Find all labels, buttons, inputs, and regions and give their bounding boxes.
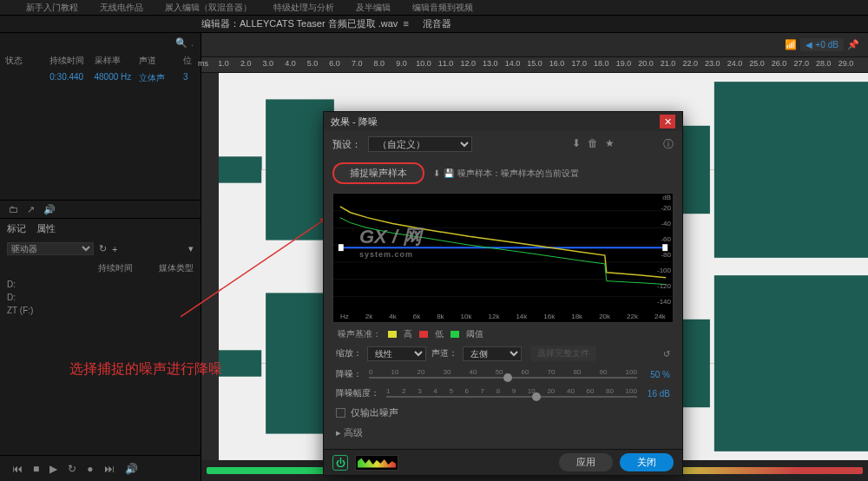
tab-prefix: 编辑器：	[201, 18, 240, 29]
signal-icon[interactable]: 📶	[785, 39, 797, 50]
noise-floor-legend: 噪声基准： 高 低 阈值	[324, 326, 682, 342]
preset-select[interactable]: （自定义）	[368, 136, 472, 152]
tab-properties[interactable]: 属性	[36, 222, 56, 235]
driver-select[interactable]: 驱动器	[7, 242, 94, 255]
load-icon[interactable]: ⬇	[433, 168, 440, 178]
amount-value[interactable]: 16 dB	[644, 389, 670, 399]
dialog-titlebar[interactable]: 效果 - 降噪 ✕	[324, 112, 682, 131]
cell-state	[5, 72, 49, 84]
close-icon[interactable]: ✕	[660, 115, 675, 128]
refresh-icon[interactable]: ↻	[99, 243, 107, 254]
db-label: dB	[662, 194, 671, 201]
ruler-tick: 15.0	[527, 59, 542, 68]
svg-rect-3	[219, 156, 261, 182]
list-item[interactable]: ZT (F:)	[0, 304, 201, 317]
folder-icon[interactable]: 🗀	[9, 204, 18, 214]
svg-rect-12	[714, 275, 868, 451]
db-tick: -120	[657, 282, 671, 290]
close-button[interactable]: 关闭	[620, 453, 674, 471]
output-noise-label: 仅输出噪声	[351, 406, 398, 419]
scale-select[interactable]: 线性	[367, 346, 426, 361]
filter-icon[interactable]: ▾	[188, 243, 194, 254]
track-gutter	[201, 73, 219, 460]
save-preset-icon[interactable]: ⬇	[572, 137, 581, 152]
search-icon[interactable]: 🔍	[175, 37, 187, 49]
col-bit[interactable]: 位	[183, 55, 195, 67]
ruler-tick: 24.0	[727, 59, 743, 68]
list-item[interactable]: D:	[0, 291, 201, 304]
delete-preset-icon[interactable]: 🗑	[588, 137, 598, 152]
reduce-slider[interactable]: 010 2030 4050 6070 8090 100	[369, 368, 637, 380]
volume-chip[interactable]: ◀ +0 dB	[800, 38, 844, 51]
list-item[interactable]: D:	[0, 278, 201, 291]
open-icon[interactable]: ↗	[27, 204, 35, 215]
select-entire-file-button[interactable]: 选择完整文件	[530, 346, 596, 361]
play-button[interactable]: ▶	[49, 463, 57, 475]
noise-reduction-dialog: 效果 - 降噪 ✕ 预设： （自定义） ⬇ 🗑 ★ ⓘ 捕捉噪声样本 ⬇ 💾 噪…	[323, 111, 683, 476]
prev-button[interactable]: ⏮	[12, 463, 23, 475]
menu-item[interactable]: 特级处理与分析	[273, 2, 334, 13]
tab-menu-icon[interactable]: ≡	[404, 18, 409, 29]
tab-markers[interactable]: 标记	[7, 222, 26, 235]
editor-tab[interactable]: 编辑器：ALLEYCATS Teaser 音频已提取 .wav ≡	[201, 17, 409, 30]
db-tick: -40	[661, 220, 671, 227]
channel-select[interactable]: 左侧	[463, 346, 522, 361]
ruler-tick: 2.0	[240, 59, 252, 68]
col-duration[interactable]: 持续时间	[49, 55, 94, 67]
preview-spectrum[interactable]	[355, 455, 398, 471]
capture-noise-button[interactable]: 捕捉噪声样本	[332, 162, 424, 184]
col-state[interactable]: 状态	[5, 55, 49, 67]
next-button[interactable]: ⏭	[104, 463, 115, 475]
audio-icon[interactable]: 🔊	[43, 204, 56, 215]
menu-item[interactable]: 展入编辑（双混音器）	[165, 2, 252, 13]
advanced-toggle[interactable]: ▸ 高级	[324, 423, 682, 443]
noise-sample-label: 噪声样本：噪声样本的当前设置	[457, 168, 579, 180]
ruler-tick: 22.0	[682, 59, 698, 68]
favorite-icon[interactable]: ★	[605, 137, 615, 152]
vol-unit: dB	[828, 40, 838, 49]
vol-value: +0	[815, 40, 825, 49]
ruler-tick: 17.0	[571, 59, 587, 68]
channel-label: 声道：	[431, 347, 457, 359]
power-toggle[interactable]: ⏻	[332, 455, 348, 471]
time-ruler[interactable]: ms 1.02.03.04.05.06.07.08.09.010.011.012…	[201, 57, 868, 73]
transport-controls: ⏮ ■ ▶ ↻ ● ⏭ 🔊	[0, 455, 201, 481]
ruler-tick: 14.0	[505, 59, 521, 68]
file-row[interactable]: 0:30.440 48000 Hz 立体声 3	[0, 69, 201, 87]
cell-rate: 48000 Hz	[95, 72, 139, 84]
col2-duration[interactable]: 持续时间	[98, 262, 133, 274]
dialog-footer: ⏻ 应用 关闭	[324, 449, 682, 475]
vol-triangle-icon: ◀	[806, 40, 812, 49]
loop-button[interactable]: ↻	[68, 463, 76, 475]
apply-button[interactable]: 应用	[559, 453, 613, 471]
help-icon[interactable]: ⓘ	[663, 137, 674, 152]
col-rate[interactable]: 采样率	[95, 55, 139, 67]
ruler-tick: 4.0	[285, 59, 296, 68]
svg-rect-25	[662, 244, 667, 251]
reduce-value[interactable]: 50 %	[644, 370, 670, 379]
noise-spectrum-graph[interactable]: GX / 网 system.com dB Hz 2k4k 6k8k 10k12k…	[332, 193, 674, 323]
disk-icon[interactable]: 💾	[444, 168, 454, 178]
cell-channels: 立体声	[139, 72, 183, 84]
plus-icon[interactable]: +	[112, 244, 117, 254]
preset-label: 预设：	[332, 138, 361, 151]
menu-item[interactable]: 新手入门教程	[26, 2, 78, 13]
rec-button[interactable]: ●	[87, 463, 93, 475]
mixer-tab[interactable]: 混音器	[423, 17, 451, 30]
col-channels[interactable]: 声道	[139, 55, 183, 67]
output-noise-checkbox[interactable]	[336, 408, 345, 418]
db-tick: -140	[657, 298, 671, 306]
volume-icon[interactable]: 🔊	[125, 463, 138, 475]
menu-item[interactable]: 及半编辑	[356, 2, 391, 13]
col2-type[interactable]: 媒体类型	[159, 262, 194, 274]
stop-button[interactable]: ■	[33, 463, 39, 475]
cell-duration: 0:30.440	[49, 72, 94, 84]
menu-item[interactable]: 无线电作品	[100, 2, 143, 13]
reset-icon[interactable]: ↺	[663, 349, 670, 359]
menu-item[interactable]: 编辑音频到视频	[412, 2, 473, 13]
ruler-tick: 23.0	[705, 59, 720, 68]
pin-icon[interactable]: 📌	[847, 39, 859, 50]
amount-slider[interactable]: 12 34 56 78 910 2040 6080 100	[386, 387, 637, 399]
top-menu[interactable]: 新手入门教程 无线电作品 展入编辑（双混音器） 特级处理与分析 及半编辑 编辑音…	[0, 0, 868, 16]
reduce-label: 降噪：	[336, 368, 362, 380]
